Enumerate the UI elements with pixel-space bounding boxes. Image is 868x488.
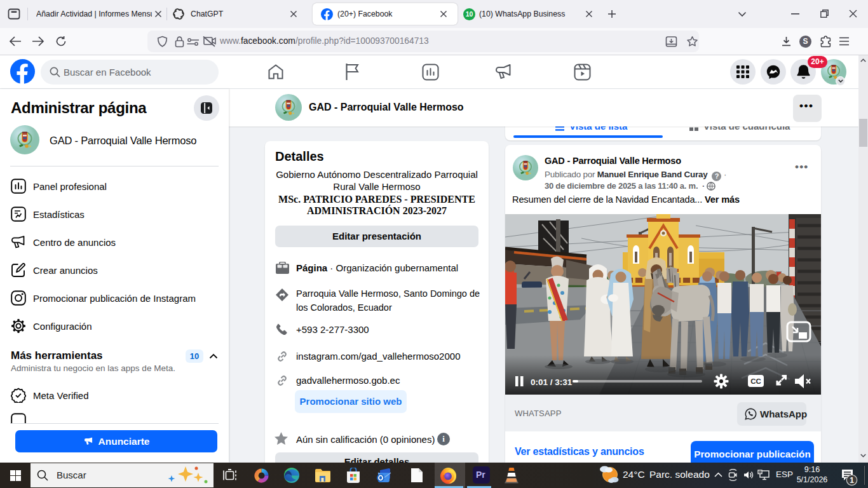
svg-text:CC: CC [750,377,761,385]
svg-text:10: 10 [466,10,473,18]
svg-text:0:01 / 3:31: 0:01 / 3:31 [531,377,573,387]
svg-text:1: 1 [850,476,854,485]
